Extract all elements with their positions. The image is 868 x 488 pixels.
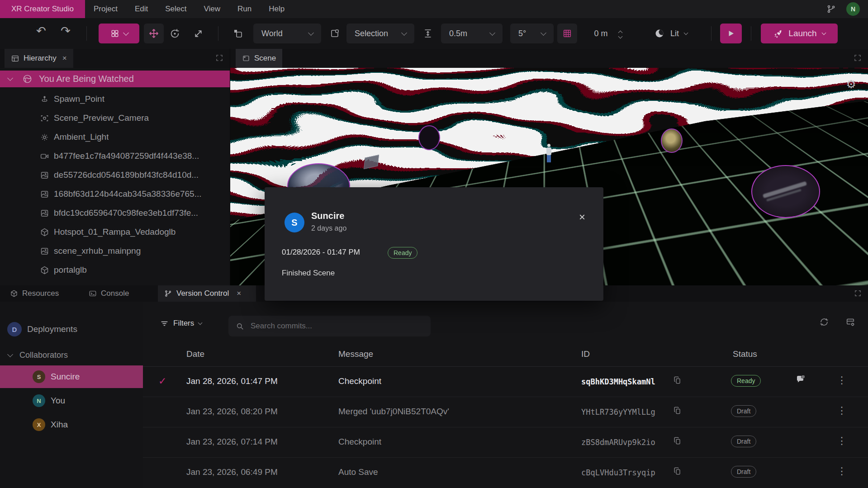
collaborator-item-suncire[interactable]: S Suncire [0, 365, 143, 388]
expand-viewport-icon[interactable] [854, 54, 862, 62]
menu-project[interactable]: Project [85, 0, 126, 18]
status-badge: Draft [731, 466, 756, 478]
branch-icon[interactable] [826, 4, 836, 14]
modal-status-badge: Ready [388, 247, 417, 259]
chevron-down-icon[interactable] [7, 75, 13, 81]
menu-run[interactable]: Run [229, 0, 260, 18]
hierarchy-item[interactable]: Spawn_Point [0, 90, 230, 109]
deployments-item[interactable]: D Deployments [0, 320, 143, 339]
scale-tool-button[interactable] [193, 28, 204, 39]
collaborator-item-xiha[interactable]: X Xiha [0, 413, 143, 436]
hierarchy-root-item[interactable]: You Are Being Watched [0, 71, 230, 87]
column-message[interactable]: Message [338, 349, 373, 359]
search-commits-box[interactable] [228, 316, 431, 336]
tab-console[interactable]: Console [89, 285, 129, 302]
portal-small-right[interactable] [661, 128, 683, 153]
version-control-panel: Filters [143, 302, 868, 488]
row-menu-kebab-icon[interactable]: ⋮ [837, 405, 847, 417]
play-button[interactable] [720, 24, 742, 43]
row-menu-kebab-icon[interactable]: ⋮ [837, 435, 847, 447]
close-icon[interactable]: × [237, 289, 241, 298]
hierarchy-item[interactable]: de55726dcd0546189bbf43fc84d10d... [0, 166, 230, 185]
pivot-mode-icon[interactable] [329, 28, 340, 39]
lit-sphere-icon [654, 28, 665, 39]
expand-bottom-panel-icon[interactable] [854, 289, 862, 297]
chevron-down-icon [123, 30, 129, 36]
search-commits-input[interactable] [250, 321, 423, 331]
snap-icon[interactable] [422, 28, 433, 39]
user-avatar[interactable]: N [846, 2, 860, 16]
hierarchy-item-label: Ambient_Light [54, 132, 109, 142]
comment-icon[interactable] [795, 374, 806, 385]
redo-button[interactable]: ↷ [61, 25, 71, 36]
table-settings-icon[interactable] [845, 317, 855, 327]
commit-row[interactable]: ✓ Jan 28, 2026, 01:47 PM Checkpoint sqBh… [143, 366, 868, 397]
copy-id-icon[interactable] [673, 467, 682, 475]
tab-scene[interactable]: Scene [236, 49, 282, 68]
filters-button[interactable]: Filters [160, 314, 202, 332]
tab-version-control[interactable]: Version Control × [158, 285, 256, 302]
rotate-snap-dropdown[interactable]: 5° [510, 24, 554, 43]
tab-resources[interactable]: Resources [10, 285, 59, 302]
step-down-icon[interactable] [618, 34, 622, 38]
tab-hierarchy[interactable]: Hierarchy × [5, 49, 73, 68]
move-tool-button[interactable] [144, 24, 164, 43]
modal-close-icon[interactable]: × [579, 212, 585, 223]
portal-right[interactable] [751, 165, 820, 218]
menu-edit[interactable]: Edit [126, 0, 157, 18]
scene-avatar-figure[interactable] [546, 144, 552, 167]
move-snap-dropdown[interactable]: 0.5m [441, 24, 503, 43]
column-date[interactable]: Date [186, 349, 204, 359]
commit-detail-modal: S Suncire 2 days ago × 01/28/2026 - 01:4… [265, 187, 603, 301]
grid-toggle-button[interactable] [557, 24, 577, 43]
menu-select[interactable]: Select [157, 0, 195, 18]
scene-settings-gear-icon[interactable]: ⚙ [846, 78, 856, 91]
commits-table-header: Date Message ID Status [143, 341, 868, 367]
render-mode-dropdown[interactable]: Lit [646, 24, 696, 43]
hierarchy-item[interactable]: b477fee1c7fa494087259df4f443e38... [0, 147, 230, 166]
toolbar-divider [751, 26, 751, 41]
expand-panel-icon[interactable] [215, 54, 223, 62]
collaborators-header[interactable]: Collaborators [0, 347, 143, 363]
commit-row[interactable]: Jan 23, 2026, 08:20 PM Merged 'uub7j0NiB… [143, 397, 868, 427]
grid-height-stepper[interactable]: 0 m [581, 24, 635, 43]
copy-id-icon[interactable] [673, 376, 682, 384]
toolbar-divider [218, 26, 218, 41]
status-badge: Draft [731, 436, 756, 447]
undo-button[interactable]: ↶ [36, 25, 46, 36]
portal-small-left[interactable] [418, 125, 440, 150]
hierarchy-item[interactable]: Ambient_Light [0, 128, 230, 147]
hierarchy-item[interactable]: Hotspot_01_Rampa_Vedadoglb [0, 223, 230, 242]
pivot-dropdown[interactable]: Selection [346, 24, 414, 43]
column-status[interactable]: Status [733, 349, 757, 359]
hierarchy-item[interactable]: Scene_Preview_Camera [0, 109, 230, 128]
chevron-down-icon [308, 30, 314, 36]
hierarchy-item[interactable]: bfdc19cd6596470c98fee3eb1df73fe... [0, 204, 230, 223]
copy-id-icon[interactable] [673, 436, 682, 445]
column-id[interactable]: ID [581, 349, 590, 359]
menu-help[interactable]: Help [260, 0, 293, 18]
refresh-icon[interactable] [819, 317, 829, 327]
commit-row[interactable]: Jan 23, 2026, 06:49 PM Auto Save cBqLVHd… [143, 457, 868, 488]
hierarchy-item-label: scene_xrhub_mainpng [54, 246, 141, 256]
select-mode-button[interactable] [99, 24, 139, 43]
rotate-tool-button[interactable] [169, 28, 180, 39]
collaborator-avatar: N [33, 394, 45, 407]
collaborator-item-you[interactable]: N You [0, 389, 143, 412]
close-icon[interactable]: × [62, 54, 67, 63]
row-menu-kebab-icon[interactable]: ⋮ [837, 465, 847, 477]
row-menu-kebab-icon[interactable]: ⋮ [837, 374, 847, 386]
tab-console-label: Console [101, 289, 129, 298]
copy-id-icon[interactable] [673, 406, 682, 415]
commit-row[interactable]: Jan 23, 2026, 07:14 PM Checkpoint zBS8dm… [143, 427, 868, 458]
transform-space-icon[interactable] [232, 28, 243, 39]
menu-view[interactable]: View [195, 0, 229, 18]
world-space-dropdown[interactable]: World [253, 24, 321, 43]
world-space-value: World [261, 29, 283, 38]
launch-button[interactable]: Launch [761, 24, 838, 43]
tab-resources-label: Resources [22, 289, 59, 298]
app-title[interactable]: XR Creator Studio [0, 0, 85, 18]
hierarchy-item[interactable]: 168bf63d124b44cab345a38336e765... [0, 185, 230, 204]
hierarchy-item[interactable]: portalglb [0, 261, 230, 280]
hierarchy-item[interactable]: scene_xrhub_mainpng [0, 242, 230, 261]
